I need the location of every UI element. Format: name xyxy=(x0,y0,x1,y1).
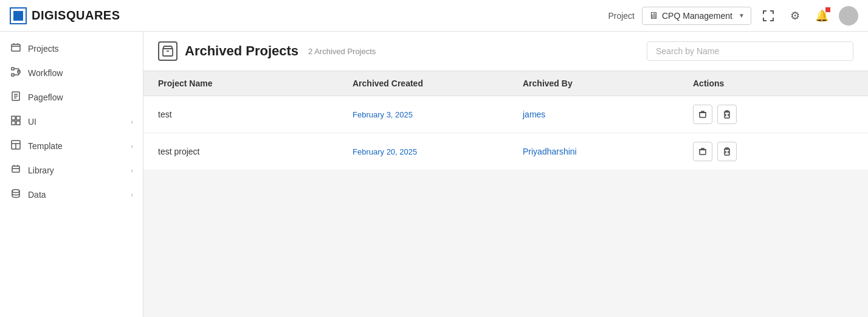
sidebar-label-library: Library xyxy=(28,165,125,175)
td-archived-created-1: February 3, 2025 xyxy=(353,110,523,119)
logo-inner xyxy=(13,11,23,21)
page-subtitle: 2 Archived Projects xyxy=(308,47,376,56)
chevron-down-icon: ▼ xyxy=(739,12,745,19)
sidebar-label-data: Data xyxy=(28,190,125,200)
sidebar-item-data[interactable]: Data › xyxy=(0,183,143,207)
th-archived-by: Archived By xyxy=(523,78,693,88)
svg-rect-14 xyxy=(12,121,15,125)
ui-chevron-icon: › xyxy=(131,118,133,125)
sidebar-item-workflow[interactable]: Workflow xyxy=(0,61,143,85)
logo-text: DIGISQUARES xyxy=(32,9,120,23)
topnav-right: Project 🖥 CPQ Management ▼ ⚙ 🔔 xyxy=(608,6,858,26)
svg-rect-19 xyxy=(12,166,19,172)
settings-button[interactable]: ⚙ xyxy=(785,6,805,26)
td-actions-2 xyxy=(693,142,853,161)
svg-rect-26 xyxy=(700,113,706,117)
svg-rect-1 xyxy=(12,68,14,70)
sidebar-item-library[interactable]: Library › xyxy=(0,158,143,183)
ui-icon xyxy=(10,116,22,128)
sidebar-label-projects: Projects xyxy=(28,44,133,54)
sidebar-label-ui: UI xyxy=(28,117,125,127)
svg-rect-12 xyxy=(12,116,15,120)
data-chevron-icon: › xyxy=(131,191,133,198)
project-selector[interactable]: 🖥 CPQ Management ▼ xyxy=(642,7,751,25)
layout: Projects Workflow xyxy=(0,32,868,317)
logo-area: DIGISQUARES xyxy=(10,7,120,24)
td-project-name-1: test xyxy=(158,110,353,119)
td-actions-1 xyxy=(693,105,853,124)
sidebar-label-workflow: Workflow xyxy=(28,68,133,78)
notification-dot xyxy=(825,7,830,12)
td-archived-by-1: james xyxy=(523,110,693,119)
template-icon xyxy=(10,140,22,152)
projects-icon xyxy=(10,43,22,55)
topnav: DIGISQUARES Project 🖥 CPQ Management ▼ ⚙… xyxy=(0,0,868,32)
svg-rect-24 xyxy=(163,49,173,56)
table-area: Project Name Archived Created Archived B… xyxy=(143,71,868,170)
archived-projects-icon xyxy=(158,41,177,61)
data-icon xyxy=(10,189,22,201)
sidebar-item-projects[interactable]: Projects xyxy=(0,37,143,61)
template-chevron-icon: › xyxy=(131,142,133,150)
pageflow-icon xyxy=(10,91,22,103)
workflow-icon xyxy=(10,67,22,79)
sidebar-item-ui[interactable]: UI › xyxy=(0,110,143,134)
fullscreen-button[interactable] xyxy=(759,6,778,26)
td-archived-created-2: February 20, 2025 xyxy=(353,147,523,156)
search-input[interactable] xyxy=(647,41,853,61)
logo-icon xyxy=(10,7,27,24)
search-wrap xyxy=(647,41,853,61)
td-project-name-2: test project xyxy=(158,147,353,156)
page-header: Archived Projects 2 Archived Projects xyxy=(143,32,868,71)
sidebar-item-template[interactable]: Template › xyxy=(0,134,143,158)
svg-point-23 xyxy=(12,190,19,193)
svg-rect-31 xyxy=(725,149,729,155)
svg-rect-27 xyxy=(725,112,729,118)
td-archived-by-2: Priyadharshini xyxy=(523,147,693,156)
th-actions: Actions xyxy=(693,78,853,88)
sidebar: Projects Workflow xyxy=(0,32,143,317)
main-content: Archived Projects 2 Archived Projects Pr… xyxy=(143,32,868,317)
delete-button-1[interactable] xyxy=(717,105,737,124)
monitor-icon: 🖥 xyxy=(649,10,658,21)
restore-button-2[interactable] xyxy=(693,142,712,161)
sidebar-label-template: Template xyxy=(28,141,125,151)
th-project-name: Project Name xyxy=(158,78,353,88)
notification-button[interactable]: 🔔 xyxy=(812,6,832,26)
library-chevron-icon: › xyxy=(131,167,133,174)
project-label: Project xyxy=(608,11,635,21)
th-archived-created: Archived Created xyxy=(353,78,523,88)
svg-rect-0 xyxy=(12,44,20,51)
avatar[interactable] xyxy=(839,6,858,26)
restore-button-1[interactable] xyxy=(693,105,712,124)
svg-rect-2 xyxy=(12,74,14,76)
svg-rect-13 xyxy=(16,116,20,120)
table-header: Project Name Archived Created Archived B… xyxy=(143,71,868,96)
svg-rect-15 xyxy=(16,121,20,125)
table-row: test project February 20, 2025 Priyadhar… xyxy=(143,133,868,170)
library-icon xyxy=(10,164,22,176)
project-name: CPQ Management xyxy=(662,11,735,21)
table-row: test February 3, 2025 james xyxy=(143,96,868,133)
sidebar-item-pageflow[interactable]: Pageflow xyxy=(0,85,143,110)
page-title: Archived Projects xyxy=(185,43,298,59)
sidebar-label-pageflow: Pageflow xyxy=(28,92,133,102)
delete-button-2[interactable] xyxy=(717,142,737,161)
svg-rect-30 xyxy=(700,150,706,155)
